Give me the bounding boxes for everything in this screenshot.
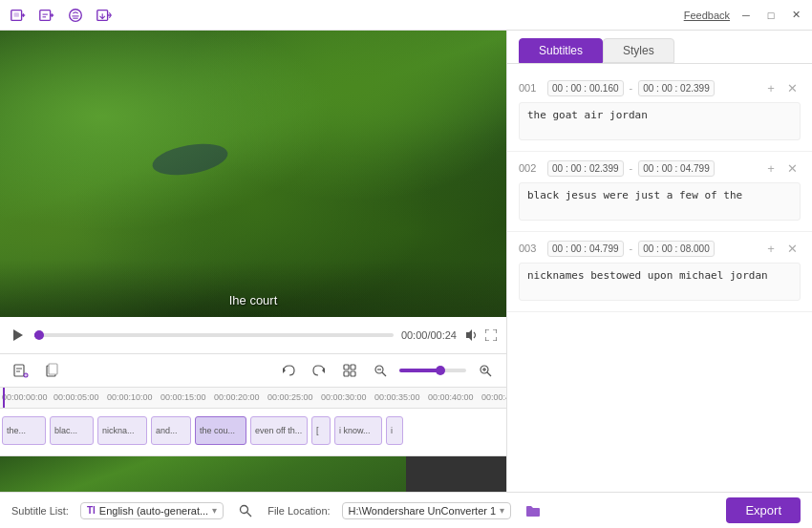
folder-button[interactable] — [523, 500, 544, 521]
subtitle-edit-button[interactable] — [10, 359, 32, 382]
entry-end-2[interactable]: 00 : 00 : 04.799 — [638, 160, 715, 177]
svg-rect-26 — [344, 365, 349, 370]
entry-start-3[interactable]: 00 : 00 : 04.799 — [547, 241, 624, 257]
titlebar-right: Feedback ─ □ ✕ — [684, 7, 804, 24]
tabs: Subtitles Styles — [507, 31, 812, 64]
subtitle-entries-list: 001 00 : 00 : 00.160 - 00 : 00 : 02.399 … — [507, 64, 812, 528]
entry-add-3[interactable]: + — [762, 240, 780, 257]
chevron-down-icon: ▾ — [212, 505, 217, 516]
entry-text-3[interactable] — [519, 263, 801, 301]
progress-bar[interactable] — [34, 333, 394, 337]
subtitle-chip[interactable]: the... — [2, 416, 46, 445]
zoom-out-button[interactable] — [369, 359, 392, 382]
grid-button[interactable] — [338, 359, 361, 382]
entry-end-3[interactable]: 00 : 00 : 08.000 — [638, 241, 715, 257]
tab-styles[interactable]: Styles — [603, 38, 674, 63]
ruler-mark: 00:00:30:00 — [321, 392, 367, 402]
maximize-button[interactable]: □ — [762, 7, 780, 24]
entry-start-2[interactable]: 00 : 00 : 02.399 — [547, 160, 624, 177]
svg-rect-4 — [40, 10, 51, 20]
entry-add-1[interactable]: + — [762, 79, 780, 96]
entry-delete-1[interactable]: ✕ — [783, 79, 801, 96]
auto-subtitle-button[interactable] — [65, 5, 86, 26]
entry-header-2: 002 00 : 00 : 02.399 - 00 : 00 : 04.799 … — [519, 159, 801, 177]
ruler-mark: 00:00:25:00 — [267, 392, 313, 402]
ruler-mark: 00:00:40:00 — [428, 392, 474, 402]
subtitle-entry-1: 001 00 : 00 : 00.160 - 00 : 00 : 02.399 … — [507, 72, 812, 152]
subtitle-chip[interactable]: blac... — [50, 416, 94, 445]
add-media-button[interactable] — [8, 5, 29, 26]
entry-header-3: 003 00 : 00 : 04.799 - 00 : 00 : 08.000 … — [519, 240, 801, 257]
ruler-mark: 00:00:45:00 — [481, 392, 506, 402]
subtitle-chip[interactable]: even off th... — [250, 416, 308, 445]
ruler-mark: 00:00:00:00 — [2, 392, 48, 402]
time-sep-1: - — [630, 82, 633, 94]
file-location-label: File Location: — [267, 505, 330, 517]
svg-rect-3 — [14, 12, 19, 16]
time-display: 00:00/00:24 — [401, 329, 457, 341]
svg-line-34 — [487, 372, 491, 376]
subtitle-chip[interactable]: and... — [151, 416, 191, 445]
ruler-mark: 00:00:20:00 — [214, 392, 260, 402]
subtitle-track[interactable]: the... blac... nickna... and... the cou.… — [0, 409, 506, 456]
subtitle-chip[interactable]: nickna... — [97, 416, 147, 445]
subtitle-chip[interactable]: [ — [311, 416, 331, 445]
minimize-button[interactable]: ─ — [737, 7, 755, 24]
svg-point-37 — [241, 505, 248, 513]
close-button[interactable]: ✕ — [787, 7, 804, 24]
time-sep-2: - — [630, 162, 633, 174]
subtitle-chip-active[interactable]: the cou... — [195, 416, 246, 445]
entry-text-1[interactable] — [519, 102, 801, 140]
titlebar-left — [8, 5, 115, 26]
file-dropdown-icon: ▾ — [500, 505, 504, 516]
import-button[interactable] — [94, 5, 115, 26]
subtitle-overlay: Ihe court — [229, 293, 278, 307]
timeline-toolbar-left — [10, 359, 63, 382]
export-button[interactable]: Export — [726, 497, 801, 523]
subtitle-entry-3: 003 00 : 00 : 04.799 - 00 : 00 : 08.000 … — [507, 232, 812, 312]
redo-button[interactable] — [308, 359, 331, 382]
add-subtitle-button[interactable] — [36, 5, 57, 26]
undo-button[interactable] — [277, 359, 300, 382]
svg-marker-14 — [13, 329, 23, 341]
ruler-mark: 00:00:10:00 — [107, 392, 153, 402]
tab-subtitles[interactable]: Subtitles — [519, 38, 603, 63]
svg-marker-15 — [466, 329, 472, 341]
entry-num-3: 003 — [519, 243, 542, 254]
main-layout: Ihe court 00:00/00:24 — [0, 31, 812, 528]
subtitle-chip[interactable]: i — [386, 416, 403, 445]
play-button[interactable] — [10, 327, 27, 344]
subtitle-list-select[interactable]: TI English (auto-generat... ▾ — [80, 502, 224, 519]
zoom-slider[interactable] — [399, 369, 466, 372]
audio-icon[interactable] — [464, 328, 478, 342]
entry-delete-2[interactable]: ✕ — [783, 159, 801, 177]
zoom-in-button[interactable] — [474, 359, 497, 382]
feedback-link[interactable]: Feedback — [684, 10, 730, 21]
ruler-mark: 00:00:35:00 — [374, 392, 420, 402]
subtitle-list-value: English (auto-generat... — [99, 505, 208, 517]
video-controls: 00:00/00:24 — [0, 317, 506, 353]
svg-point-9 — [70, 9, 82, 21]
entry-actions-2: + ✕ — [762, 159, 801, 177]
copy-button[interactable] — [40, 359, 63, 382]
svg-rect-28 — [344, 371, 349, 376]
entry-text-2[interactable] — [519, 182, 801, 221]
bottom-bar: Subtitle List: TI English (auto-generat.… — [0, 492, 812, 528]
video-player[interactable]: Ihe court — [0, 31, 506, 317]
progress-dot — [34, 330, 44, 340]
entry-delete-3[interactable]: ✕ — [783, 240, 801, 257]
entry-actions-3: + ✕ — [762, 240, 801, 257]
file-location-value[interactable]: H:\Wondershare UnConverter 1 ▾ — [342, 502, 511, 519]
entry-start-1[interactable]: 00 : 00 : 00.160 — [547, 80, 624, 96]
subtitle-chip[interactable]: i know... — [334, 416, 382, 445]
entry-header-1: 001 00 : 00 : 00.160 - 00 : 00 : 02.399 … — [519, 79, 801, 96]
search-button[interactable] — [235, 500, 256, 521]
zoom-slider-dot[interactable] — [436, 366, 445, 375]
ruler-mark: 00:00:15:00 — [160, 392, 206, 402]
svg-line-31 — [382, 372, 386, 376]
expand-icon[interactable] — [485, 329, 497, 341]
entry-add-2[interactable]: + — [762, 159, 780, 177]
svg-rect-16 — [14, 365, 24, 376]
entry-end-1[interactable]: 00 : 00 : 02.399 — [638, 80, 715, 96]
right-panel: Subtitles Styles 001 00 : 00 : 00.160 - … — [506, 31, 812, 528]
